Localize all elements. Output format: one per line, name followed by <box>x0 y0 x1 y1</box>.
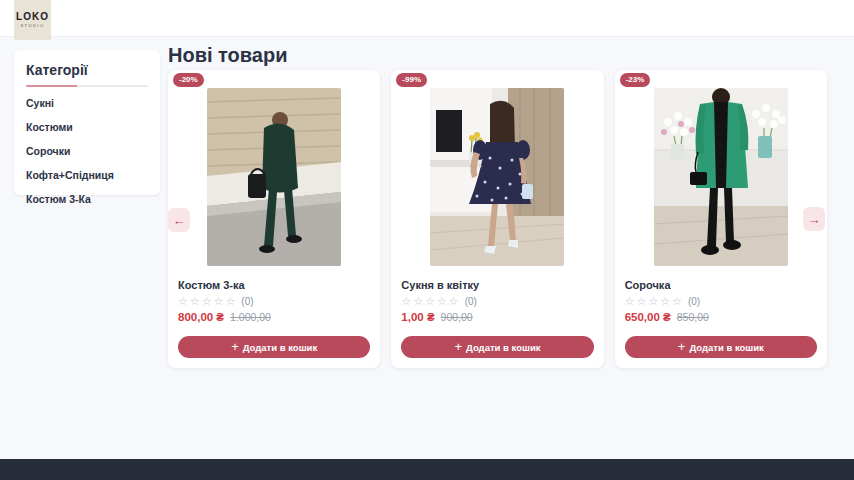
star-rating-icons: ☆☆☆☆☆ <box>625 295 684 307</box>
product-name[interactable]: Сукня в квітку <box>401 279 593 291</box>
carousel-prev-button[interactable]: ← <box>168 208 190 232</box>
sidebar-item-sorochky[interactable]: Сорочки <box>26 139 148 163</box>
plus-icon: + <box>231 342 239 352</box>
old-price: 1.000,00 <box>230 311 271 323</box>
star-rating-icons: ☆☆☆☆☆ <box>401 295 460 307</box>
arrow-right-icon: → <box>808 213 821 226</box>
current-price: 650,00 ₴ <box>625 311 671 323</box>
current-price: 800,00 ₴ <box>178 311 224 323</box>
discount-badge: -20% <box>173 73 204 87</box>
product-image[interactable] <box>430 88 564 266</box>
rating-count: (0) <box>465 296 477 307</box>
discount-badge: -99% <box>396 73 427 87</box>
sidebar-item-kostiumy[interactable]: Костюми <box>26 115 148 139</box>
star-rating-icons: ☆☆☆☆☆ <box>178 295 237 307</box>
product-card: -99% <box>391 70 603 368</box>
add-to-cart-label: Додати в кошик <box>689 342 763 353</box>
plus-icon: + <box>678 342 686 352</box>
discount-badge: -23% <box>620 73 651 87</box>
product-name[interactable]: Сорочка <box>625 279 817 291</box>
add-to-cart-button[interactable]: + Додати в кошик <box>178 336 370 358</box>
product-card: -20% Костюм 3-ка ☆☆☆☆☆ (0) 8 <box>168 70 380 368</box>
rating-count: (0) <box>688 296 700 307</box>
arrow-left-icon: ← <box>173 214 186 227</box>
product-rating: ☆☆☆☆☆ (0) <box>625 295 817 307</box>
add-to-cart-button[interactable]: + Додати в кошик <box>625 336 817 358</box>
old-price: 900,00 <box>441 311 473 323</box>
categories-list: Сукні Костюми Сорочки Кофта+Спідниця Кос… <box>26 91 148 211</box>
product-rating: ☆☆☆☆☆ (0) <box>178 295 370 307</box>
categories-panel: Категорії Сукні Костюми Сорочки Кофта+Сп… <box>14 50 160 195</box>
rating-count: (0) <box>241 296 253 307</box>
price-row: 800,00 ₴ 1.000,00 <box>178 311 370 323</box>
logo-subtitle: STUDIO <box>20 23 44 28</box>
categories-title: Категорії <box>26 62 148 78</box>
sidebar-item-sukni[interactable]: Сукні <box>26 91 148 115</box>
add-to-cart-button[interactable]: + Додати в кошик <box>401 336 593 358</box>
product-name[interactable]: Костюм 3-ка <box>178 279 370 291</box>
add-to-cart-label: Додати в кошик <box>466 342 540 353</box>
page-title: Нові товари <box>168 44 287 67</box>
store-logo[interactable]: LOKO STUDIO <box>14 0 51 40</box>
product-card: -23% <box>615 70 827 368</box>
footer-bar <box>0 459 854 480</box>
product-image[interactable] <box>654 88 788 266</box>
logo-title: LOKO <box>16 12 49 22</box>
current-price: 1,00 ₴ <box>401 311 434 323</box>
product-rating: ☆☆☆☆☆ (0) <box>401 295 593 307</box>
sidebar-item-kofta-spidnytsia[interactable]: Кофта+Спідниця <box>26 163 148 187</box>
categories-divider <box>26 85 148 87</box>
carousel-next-button[interactable]: → <box>803 207 825 231</box>
old-price: 850,00 <box>677 311 709 323</box>
sidebar-item-kostium-3ka[interactable]: Костюм 3-Ка <box>26 187 148 211</box>
plus-icon: + <box>454 342 462 352</box>
add-to-cart-label: Додати в кошик <box>243 342 317 353</box>
price-row: 650,00 ₴ 850,00 <box>625 311 817 323</box>
header <box>0 0 854 37</box>
product-image[interactable] <box>207 88 341 266</box>
product-grid: -20% Костюм 3-ка ☆☆☆☆☆ (0) 8 <box>168 70 827 368</box>
price-row: 1,00 ₴ 900,00 <box>401 311 593 323</box>
